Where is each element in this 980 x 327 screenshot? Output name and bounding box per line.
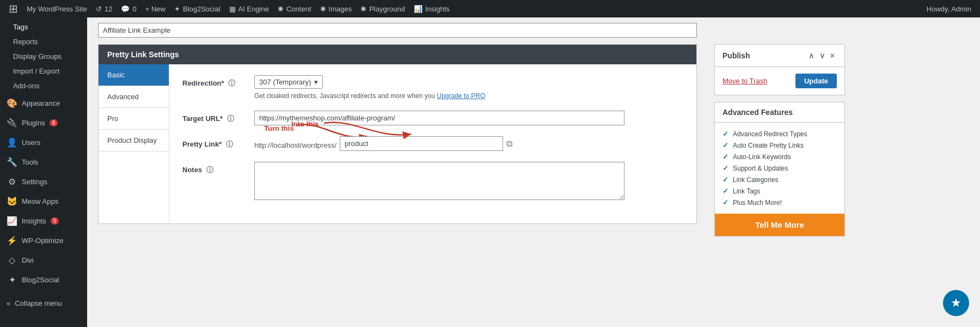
appearance-icon: 🎨 [7,98,17,108]
sidebar-item-plugins[interactable]: 🔌 Plugins 8 [0,113,87,132]
sidebar-item-users[interactable]: 👤 Users [0,132,87,152]
publish-box-header: Publish ∧ ∨ × [715,45,844,67]
pretty-link-settings-box: Pretty Link Settings Basic Advanced Pro [98,44,697,224]
wp-logo-icon: ⊞ [9,2,18,15]
images-item[interactable]: ✺ Images [316,0,357,17]
tab-advanced[interactable]: Advanced [99,86,169,108]
sidebar-item-wp-optimize[interactable]: ⚡ WP-Optimize [0,231,87,250]
advanced-features-box: Advanced Features ✓ Advanced Redirect Ty… [714,102,845,237]
images-label: Images [329,5,352,13]
howdy-item[interactable]: Howdy, Admin [922,0,976,17]
wp-optimize-icon: ⚡ [7,235,17,246]
upgrade-message: Get cloaked redirects, Javascript redire… [254,92,683,100]
chevron-close-icon[interactable]: × [828,50,837,61]
pretty-link-prefix: http://localhost/wordpress/ [254,138,336,149]
blog2social-label: Blog2Social [183,5,220,13]
site-name-item[interactable]: My WordPress Site [22,0,91,17]
check-icon-3: ✓ [722,164,728,172]
insights-topbar[interactable]: 📊 Insights [409,0,454,17]
target-url-input[interactable] [254,111,624,125]
admin-sidebar: Tags Reports Display Groups Import / Exp… [0,17,87,327]
revision-count: 12 [105,5,112,13]
tab-basic[interactable]: Basic [99,64,169,86]
comment-icon: 💬 [121,5,130,13]
chevron-down-icon[interactable]: ∨ [817,50,827,61]
pretty-link-label: Pretty Link* ⓘ [182,136,248,149]
publish-actions: Move to Trash Update [722,74,837,88]
postbox-header: Pretty Link Settings [99,45,696,64]
comment-count: 0 [132,5,136,13]
tab-product-display[interactable]: Product Display [99,130,169,152]
insights-bar-icon: 📊 [414,5,422,13]
pls-tabs: Basic Advanced Pro Product Display [99,64,169,223]
postbox-title: Pretty Link Settings [107,50,179,59]
notes-field [254,162,683,202]
redirection-info-icon[interactable]: ⓘ [228,79,235,87]
collapse-menu-item[interactable]: « Collapse menu [0,294,87,313]
af-item-2: ✓ Auto-Link Keywords [722,151,837,162]
sidebar-item-tools[interactable]: 🔧 Tools [0,152,87,172]
check-icon-1: ✓ [722,141,728,149]
users-icon: 👤 [7,137,17,148]
playground-icon: ✺ [360,5,366,13]
ai-engine-item[interactable]: ▦ AI Engine [225,0,273,17]
images-icon: ✺ [320,5,326,13]
redirection-select[interactable]: 307 (Temporary) ▾ [254,75,323,89]
admin-bar: ⊞ My WordPress Site ↺ 12 💬 0 + New ✦ Blo… [0,0,980,17]
sidebar-item-divi[interactable]: ◇ Divi [0,250,87,270]
new-content-item[interactable]: + New [141,0,170,17]
sidebar-item-tags[interactable]: Tags [0,20,87,34]
pretty-link-slug-input[interactable] [340,136,503,151]
new-label: + New [145,5,166,13]
blog2social-topbar[interactable]: ✦ Blog2Social [170,0,225,17]
main-content: Pretty Link Settings Basic Advanced Pro [87,17,980,327]
sidebar-item-meow-apps[interactable]: 🐱 Meow Apps [0,191,87,211]
page-title-input[interactable] [98,23,697,38]
support-chat-button[interactable]: ★ [943,290,969,316]
target-url-info-icon[interactable]: ⓘ [227,114,234,123]
pretty-link-info-icon[interactable]: ⓘ [226,140,233,148]
content-icon: ✺ [278,5,284,13]
publish-chevrons: ∧ ∨ × [806,50,837,61]
target-url-row: Target URL* ⓘ Turn this [182,111,683,125]
sidebar-item-addons[interactable]: Add-ons [0,78,87,93]
insights-label: Insights [425,5,450,13]
sidebar-item-reports[interactable]: Reports [0,34,87,49]
tell-me-more-button[interactable]: Tell Me More [715,214,844,236]
pretty-link-row: Pretty Link* ⓘ http://localhost/wordpres… [182,136,683,151]
af-item-6: ✓ Plus Much More! [722,197,837,208]
upgrade-to-pro-link[interactable]: Upgrade to PRO [437,92,486,100]
sidebar-item-import-export[interactable]: Import / Export [0,64,87,78]
sidebar-item-insights[interactable]: 📈 Insights 5 [0,211,87,231]
plugins-badge: 8 [50,119,58,126]
ai-engine-label: AI Engine [238,5,269,13]
content-item[interactable]: ✺ Content [273,0,316,17]
af-item-3: ✓ Support & Updates [722,162,837,174]
sidebar-item-display-groups[interactable]: Display Groups [0,49,87,64]
copy-icon[interactable]: ⧉ [506,139,512,149]
comments-item[interactable]: 💬 0 [117,0,140,17]
redirection-row: Redirection* ⓘ 307 (Temporary) ▾ Get clo… [182,75,683,100]
redirection-label: Redirection* ⓘ [182,75,248,88]
move-to-trash-link[interactable]: Move to Trash [722,77,767,85]
sidebar-item-blog2social[interactable]: ✦ Blog2Social [0,270,87,289]
settings-icon: ⚙ [7,176,17,187]
check-icon-0: ✓ [722,130,728,138]
chat-icon: ★ [951,296,961,310]
sidebar-item-appearance[interactable]: 🎨 Appearance [0,93,87,113]
tab-pro[interactable]: Pro [99,108,169,130]
target-url-field [254,111,683,125]
pls-tab-content: Redirection* ⓘ 307 (Temporary) ▾ Get clo… [169,64,696,223]
collapse-icon: « [7,299,10,307]
notes-info-icon[interactable]: ⓘ [206,166,213,174]
chevron-up-icon[interactable]: ∧ [806,50,816,61]
ai-engine-icon: ▦ [229,5,236,13]
playground-item[interactable]: ✺ Playground [356,0,409,17]
update-button[interactable]: Update [795,74,837,88]
plugins-icon: 🔌 [7,117,17,128]
notes-textarea[interactable] [254,162,624,200]
revisions-item[interactable]: ↺ 12 [91,0,117,17]
pretty-link-field: http://localhost/wordpress/ ⧉ [254,136,683,151]
wp-logo-item[interactable]: ⊞ [4,0,22,17]
sidebar-item-settings[interactable]: ⚙ Settings [0,172,87,191]
